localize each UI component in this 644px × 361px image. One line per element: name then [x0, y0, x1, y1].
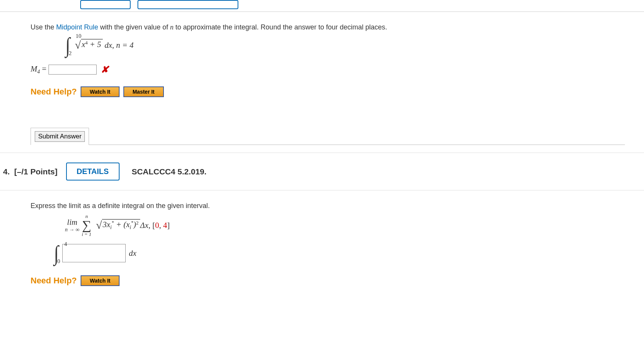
- dx-label: dx: [129, 249, 136, 258]
- watch-it-button[interactable]: Watch It: [81, 86, 120, 97]
- answer-label-m: M: [31, 64, 37, 73]
- prompt-var-n: n: [170, 23, 173, 31]
- top-button-row: [0, 0, 644, 11]
- integrand-answer-input[interactable]: [62, 244, 126, 262]
- sigma-symbol: n ∑ i = 1: [82, 214, 91, 237]
- submit-answer-block: Submit Answer: [31, 128, 89, 145]
- question-reference: SCALCCC4 5.2.019.: [132, 167, 207, 176]
- interval-a: 0: [155, 221, 159, 230]
- top-button-right[interactable]: [138, 0, 238, 9]
- need-help-row: Need Help? Watch It Master It: [31, 86, 625, 97]
- integral-symbol: ∫ 10 2: [65, 34, 71, 56]
- integral-symbol: ∫ 4 0: [53, 242, 59, 264]
- delta-x: Δx,: [140, 221, 152, 230]
- radicand-constant: + 5: [88, 40, 101, 49]
- q-number-text: 4.: [3, 167, 10, 176]
- plus-text: + (: [114, 220, 126, 229]
- sqrt-expression: √3xi* + (xi*)2: [96, 219, 140, 231]
- lim-subscript: n → ∞: [65, 227, 79, 233]
- delta-x-interval: Δx, [0, 4]: [140, 221, 170, 230]
- watch-it-button[interactable]: Watch It: [81, 275, 120, 286]
- integral-upper-limit: 4: [64, 241, 67, 247]
- integral-tail: dx, n = 4: [105, 41, 134, 50]
- question-prompt: Express the limit as a definite integral…: [31, 202, 625, 210]
- details-button[interactable]: DETAILS: [66, 163, 120, 180]
- sigma-lower: i = 1: [82, 232, 91, 237]
- integral-formula: ∫ 10 2 √x4 + 5 dx, n = 4: [65, 34, 625, 57]
- question-4-body: Express the limit as a definite integral…: [0, 190, 644, 294]
- answer-label-eq: =: [40, 64, 49, 73]
- question-prompt: Use the Midpoint Rule with the given val…: [31, 23, 625, 31]
- integral-upper-limit: 10: [76, 33, 81, 39]
- incorrect-icon: ✘: [101, 65, 108, 75]
- submit-answer-button[interactable]: Submit Answer: [35, 131, 85, 142]
- sub-i-2: i: [129, 224, 131, 230]
- interval-comma: ,: [159, 221, 163, 230]
- prompt-text: to approximate the integral. Round the a…: [173, 23, 387, 31]
- integral-answer-row: ∫ 4 0 dx: [53, 242, 625, 264]
- var-x: x: [107, 220, 110, 229]
- integral-lower-limit: 0: [57, 258, 60, 265]
- master-it-button[interactable]: Master It: [123, 86, 164, 97]
- radicand-x: x: [82, 40, 85, 49]
- answer-label-sub: 4: [37, 69, 40, 75]
- q-points-text: [–/1 Points]: [14, 167, 57, 176]
- need-help-label: Need Help?: [31, 87, 77, 97]
- radical-icon: √: [96, 219, 102, 231]
- bracket-close: ]: [167, 221, 170, 230]
- question-number: 4. [–/1 Points]: [3, 167, 58, 176]
- limit-expression: lim n → ∞ n ∑ i = 1 √3xi* + (xi*)2 Δx, […: [65, 214, 625, 237]
- question-4-header: 4. [–/1 Points] DETAILS SCALCCC4 5.2.019…: [0, 153, 644, 190]
- sigma-icon: ∑: [82, 219, 91, 232]
- power-2: 2: [136, 220, 139, 226]
- need-help-row: Need Help? Watch It: [31, 275, 625, 286]
- prompt-text: Use the: [31, 23, 56, 31]
- radical-icon: √: [75, 39, 81, 51]
- m4-answer-input[interactable]: [49, 65, 97, 75]
- submit-divider: [89, 145, 625, 145]
- bracket-open: [: [152, 221, 155, 230]
- prompt-text: with the given value of: [98, 23, 170, 31]
- answer-row: M4 = ✘: [31, 64, 625, 75]
- sqrt-expression: √x4 + 5: [75, 39, 102, 51]
- coef-3: 3: [103, 220, 107, 229]
- limit-symbol: lim n → ∞: [65, 218, 79, 233]
- top-button-left[interactable]: [80, 0, 131, 9]
- need-help-label: Need Help?: [31, 276, 77, 286]
- lim-text: lim: [67, 218, 78, 227]
- integral-lower-limit: 2: [69, 50, 72, 57]
- question-3-body: Use the Midpoint Rule with the given val…: [0, 12, 644, 153]
- sub-i: i: [110, 224, 112, 230]
- interval-b: 4: [163, 221, 167, 230]
- midpoint-rule-link[interactable]: Midpoint Rule: [56, 23, 98, 31]
